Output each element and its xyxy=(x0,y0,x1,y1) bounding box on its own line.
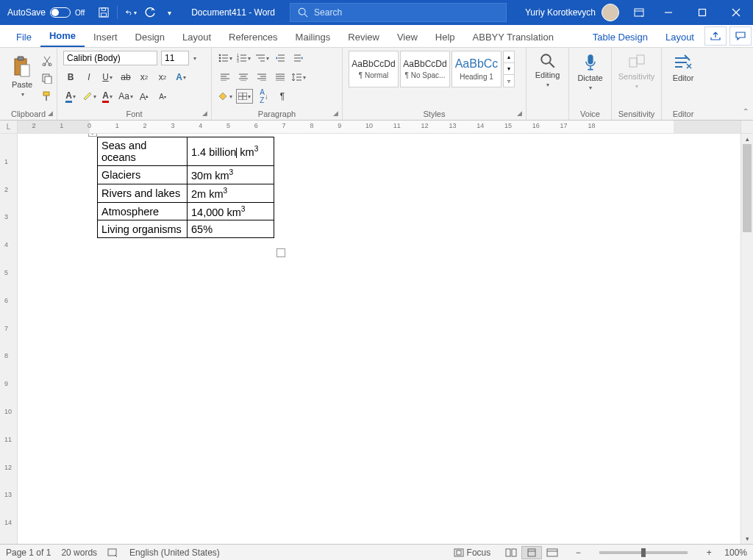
tab-home[interactable]: Home xyxy=(40,26,85,47)
increase-indent-icon[interactable] xyxy=(291,51,306,65)
horizontal-ruler[interactable]: 210123456789101112131415161718 xyxy=(18,121,740,133)
user-account[interactable]: Yuriy Korotkevych xyxy=(518,4,627,21)
tab-file[interactable]: File xyxy=(7,27,40,47)
table-cell[interactable]: 2m km3 xyxy=(188,184,274,202)
line-spacing-icon[interactable]: ▾ xyxy=(291,70,306,85)
water-table[interactable]: Seas and oceans1.4 billion km3Glaciers30… xyxy=(97,137,274,238)
zoom-in-icon[interactable]: + xyxy=(704,548,714,558)
table-cell[interactable]: 1.4 billion km3 xyxy=(188,137,274,166)
table-row[interactable]: Seas and oceans1.4 billion km3 xyxy=(98,137,274,166)
ribbon-display-options-icon[interactable] xyxy=(627,0,652,25)
table-cell[interactable]: Atmosphere xyxy=(98,202,188,220)
editing-button[interactable]: Editing▾ xyxy=(532,51,563,92)
font-size-input[interactable] xyxy=(161,51,189,65)
numbering-icon[interactable]: 123▾ xyxy=(236,51,251,65)
table-cell[interactable]: 65% xyxy=(188,220,274,238)
tab-view[interactable]: View xyxy=(388,27,427,47)
sort-icon[interactable]: AZ↓ xyxy=(257,89,271,104)
font-launcher-icon[interactable]: ◢ xyxy=(201,110,208,117)
spell-check-icon[interactable] xyxy=(107,548,119,558)
table-cell[interactable]: 30m km3 xyxy=(188,166,274,184)
show-marks-icon[interactable]: ¶ xyxy=(275,89,290,104)
undo-icon[interactable]: ▾ xyxy=(125,7,137,18)
borders-icon[interactable]: ▾ xyxy=(236,89,253,104)
tab-references[interactable]: References xyxy=(220,27,286,47)
zoom-out-icon[interactable]: − xyxy=(573,548,583,558)
tab-layout[interactable]: Layout xyxy=(174,27,220,47)
editor-button[interactable]: Editor xyxy=(668,51,699,85)
zoom-slider[interactable] xyxy=(599,551,688,554)
collapse-ribbon-icon[interactable]: ⌃ xyxy=(743,107,749,115)
minimize-button[interactable] xyxy=(652,0,685,25)
tab-abbyy[interactable]: ABBYY Translation xyxy=(464,27,563,47)
strikethrough-icon[interactable]: ab xyxy=(118,70,133,85)
styles-launcher-icon[interactable]: ◢ xyxy=(515,110,523,117)
comments-button[interactable] xyxy=(729,26,752,46)
table-resize-handle-icon[interactable] xyxy=(276,248,285,257)
bold-icon[interactable]: B xyxy=(63,70,78,85)
underline-icon[interactable]: U▾ xyxy=(100,70,115,85)
table-row[interactable]: Living organisms65% xyxy=(98,220,274,238)
table-cell[interactable]: Glaciers xyxy=(98,166,188,184)
dictate-button[interactable]: Dictate▾ xyxy=(575,51,605,95)
ruler-corner[interactable]: L xyxy=(0,121,18,133)
styles-gallery-arrows[interactable]: ▴▾▿ xyxy=(503,51,515,87)
web-layout-icon[interactable] xyxy=(542,546,563,559)
styles-gallery[interactable]: AaBbCcDd¶ Normal AaBbCcDd¶ No Spac... Aa… xyxy=(349,51,520,87)
focus-mode[interactable]: Focus xyxy=(454,548,491,558)
grow-font-icon[interactable]: A▴ xyxy=(137,89,151,104)
status-language[interactable]: English (United States) xyxy=(129,548,220,558)
paste-button[interactable]: Paste▾ xyxy=(6,51,38,104)
align-right-icon[interactable] xyxy=(254,70,269,85)
table-cell[interactable]: Seas and oceans xyxy=(98,137,188,166)
tab-table-design[interactable]: Table Design xyxy=(584,27,657,47)
table-row[interactable]: Atmosphere14,000 km3 xyxy=(98,202,274,220)
highlight-icon[interactable]: ▾ xyxy=(82,89,96,104)
maximize-button[interactable] xyxy=(685,0,719,25)
vertical-scrollbar[interactable]: ▴ ▾ xyxy=(740,134,753,544)
zoom-level[interactable]: 100% xyxy=(724,548,747,558)
vertical-ruler[interactable]: 1234567891011121314 xyxy=(0,134,18,544)
table-cell[interactable]: 14,000 km3 xyxy=(188,202,274,220)
italic-icon[interactable]: I xyxy=(82,70,96,85)
table-row[interactable]: Glaciers30m km3 xyxy=(98,166,274,184)
font-name-input[interactable] xyxy=(63,51,157,65)
tab-mailings[interactable]: Mailings xyxy=(287,27,340,47)
close-button[interactable] xyxy=(719,0,753,25)
clipboard-launcher-icon[interactable]: ◢ xyxy=(46,110,54,117)
multilevel-list-icon[interactable]: ▾ xyxy=(254,51,269,65)
font-color-icon[interactable]: A▾ xyxy=(63,89,78,104)
style-no-spacing[interactable]: AaBbCcDd¶ No Spac... xyxy=(400,51,450,87)
redo-icon[interactable] xyxy=(144,7,156,18)
table-row[interactable]: Rivers and lakes2m km3 xyxy=(98,184,274,202)
bullets-icon[interactable]: ▾ xyxy=(218,51,232,65)
share-button[interactable] xyxy=(704,26,727,46)
justify-icon[interactable] xyxy=(273,70,288,85)
scroll-down-icon[interactable]: ▾ xyxy=(741,534,753,544)
cut-icon[interactable] xyxy=(40,54,54,68)
shrink-font-icon[interactable]: A▾ xyxy=(155,89,170,104)
qat-customize-icon[interactable]: ▾ xyxy=(163,7,175,18)
align-left-icon[interactable] xyxy=(218,70,232,85)
autosave-toggle[interactable]: AutoSave Off xyxy=(0,7,92,18)
text-effects-icon[interactable]: A▾ xyxy=(174,70,188,85)
table-cell[interactable]: Rivers and lakes xyxy=(98,184,188,202)
document-canvas[interactable]: ✥ Seas and oceans1.4 billion km3Glaciers… xyxy=(18,134,740,544)
scroll-thumb[interactable] xyxy=(743,144,752,232)
superscript-icon[interactable]: x2 xyxy=(155,70,170,85)
change-case-icon[interactable]: Aa▾ xyxy=(118,89,133,104)
copy-icon[interactable] xyxy=(40,71,54,86)
tab-review[interactable]: Review xyxy=(339,27,388,47)
read-mode-icon[interactable] xyxy=(501,546,521,559)
tab-table-layout[interactable]: Layout xyxy=(657,27,703,47)
style-heading1[interactable]: AaBbCcHeading 1 xyxy=(452,51,502,87)
decrease-indent-icon[interactable] xyxy=(273,51,288,65)
table-cell[interactable]: Living organisms xyxy=(98,220,188,238)
style-normal[interactable]: AaBbCcDd¶ Normal xyxy=(349,51,399,87)
format-painter-icon[interactable] xyxy=(40,89,54,104)
align-center-icon[interactable] xyxy=(236,70,251,85)
status-page[interactable]: Page 1 of 1 xyxy=(6,548,51,558)
search-box[interactable]: Search xyxy=(290,3,507,22)
font-color2-icon[interactable]: A▾ xyxy=(100,89,115,104)
tab-insert[interactable]: Insert xyxy=(85,27,126,47)
